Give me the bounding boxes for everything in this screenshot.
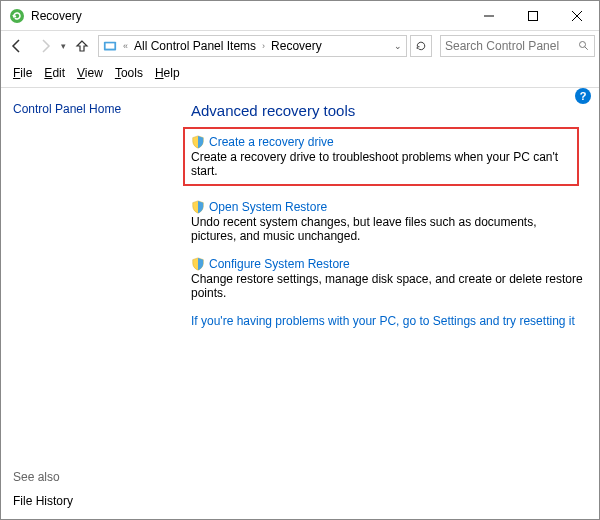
search-icon <box>578 40 590 52</box>
minimize-icon <box>484 11 494 21</box>
shield-icon <box>191 257 205 271</box>
file-history-link[interactable]: File History <box>13 494 73 508</box>
see-also-block: See also File History <box>13 470 179 508</box>
open-system-restore-desc: Undo recent system changes, but leave fi… <box>191 215 583 243</box>
close-button[interactable] <box>555 1 599 31</box>
configure-system-restore-link[interactable]: Configure System Restore <box>209 257 350 271</box>
breadcrumb-item-recovery[interactable]: Recovery <box>271 39 322 53</box>
back-arrow-icon <box>9 38 25 54</box>
up-arrow-icon <box>74 38 90 54</box>
shield-icon <box>191 135 205 149</box>
refresh-icon <box>415 40 427 52</box>
main-panel: ? Advanced recovery tools Create a recov… <box>191 88 599 520</box>
chevron-right-icon: › <box>262 41 265 51</box>
back-button[interactable] <box>5 34 29 58</box>
help-icon[interactable]: ? <box>575 88 591 104</box>
tool-configure-system-restore: Configure System Restore Change restore … <box>191 257 583 300</box>
search-placeholder: Search Control Panel <box>445 39 559 53</box>
breadcrumb-item-allcp[interactable]: All Control Panel Items <box>134 39 256 53</box>
create-recovery-drive-link[interactable]: Create a recovery drive <box>209 135 334 149</box>
forward-arrow-icon <box>37 38 53 54</box>
address-bar[interactable]: « All Control Panel Items › Recovery ⌄ <box>98 35 407 57</box>
svg-line-8 <box>585 47 588 50</box>
reset-pc-link[interactable]: If you're having problems with your PC, … <box>191 314 575 328</box>
recovery-icon <box>9 8 25 24</box>
body: Control Panel Home See also File History… <box>1 88 599 520</box>
close-icon <box>572 11 582 21</box>
menu-edit[interactable]: Edit <box>40 65 69 81</box>
menu-file[interactable]: File <box>9 65 36 81</box>
control-panel-icon <box>103 39 117 53</box>
maximize-icon <box>528 11 538 21</box>
up-button[interactable] <box>70 34 94 58</box>
create-recovery-drive-desc: Create a recovery drive to troubleshoot … <box>191 150 571 178</box>
menu-help[interactable]: Help <box>151 65 184 81</box>
maximize-button[interactable] <box>511 1 555 31</box>
recent-dropdown[interactable]: ▾ <box>61 41 66 51</box>
configure-system-restore-desc: Change restore settings, manage disk spa… <box>191 272 583 300</box>
menu-view[interactable]: View <box>73 65 107 81</box>
open-system-restore-link[interactable]: Open System Restore <box>209 200 327 214</box>
svg-rect-6 <box>106 43 115 48</box>
window-title: Recovery <box>31 9 82 23</box>
sidebar: Control Panel Home See also File History <box>1 88 191 520</box>
address-dropdown-icon[interactable]: ⌄ <box>394 41 402 51</box>
shield-icon <box>191 200 205 214</box>
titlebar: Recovery <box>1 1 599 31</box>
forward-button[interactable] <box>33 34 57 58</box>
see-also-label: See also <box>13 470 179 484</box>
page-heading: Advanced recovery tools <box>191 102 583 119</box>
nav-row: ▾ « All Control Panel Items › Recovery ⌄… <box>1 31 599 61</box>
tool-create-recovery-drive: Create a recovery drive Create a recover… <box>183 127 579 186</box>
control-panel-home-link[interactable]: Control Panel Home <box>13 102 179 116</box>
refresh-button[interactable] <box>410 35 432 57</box>
menubar: File Edit View Tools Help <box>1 61 599 88</box>
search-input[interactable]: Search Control Panel <box>440 35 595 57</box>
minimize-button[interactable] <box>467 1 511 31</box>
svg-point-7 <box>580 42 586 48</box>
menu-tools[interactable]: Tools <box>111 65 147 81</box>
tool-open-system-restore: Open System Restore Undo recent system c… <box>191 200 583 243</box>
breadcrumb-sep-icon: « <box>123 41 128 51</box>
svg-point-0 <box>10 9 24 23</box>
svg-rect-2 <box>529 11 538 20</box>
